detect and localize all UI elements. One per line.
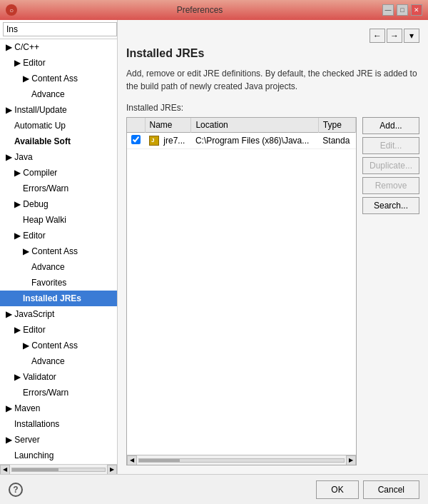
sidebar-scroll-right[interactable]: ▶ [107, 465, 117, 475]
sidebar-item-js-advanced[interactable]: Advance [0, 353, 117, 369]
sidebar-item-compiler[interactable]: ▶ Compiler [0, 165, 117, 181]
sidebar-item-java-advanced[interactable]: Advance [0, 259, 117, 275]
jre-checkbox[interactable] [131, 135, 141, 144]
sidebar-item-validator-errors[interactable]: Errors/Warn [0, 385, 117, 400]
sidebar-item-js-content-assist[interactable]: ▶ Content Ass [0, 338, 117, 353]
sidebar-item-validator[interactable]: ▶ Validator [0, 369, 117, 385]
sidebar-item-automatic-updates[interactable]: Automatic Up [0, 118, 117, 133]
col-type: Type [318, 118, 355, 133]
sidebar-item-available-software[interactable]: Available Soft [0, 133, 117, 149]
search-button[interactable]: Search... [362, 197, 419, 214]
duplicate-button[interactable]: Duplicate... [362, 157, 419, 174]
sidebar-item-java-editor[interactable]: ▶ Editor [0, 228, 117, 243]
sidebar-scroll-left[interactable]: ◀ [0, 465, 10, 475]
help-button[interactable]: ? [9, 483, 23, 497]
main-container: ✕ ▶ C/C++ ▶ Editor ▶ Content Ass Advance… [0, 20, 428, 504]
sidebar-item-install-update[interactable]: ▶ Install/Update [0, 102, 117, 118]
sidebar-item-heap-walking[interactable]: Heap Walki [0, 212, 117, 228]
bottom-buttons: OK Cancel [316, 480, 419, 499]
table-row[interactable]: jre7... C:\Program Files (x86)\Java... S… [127, 133, 356, 149]
sidebar-item-js-editor[interactable]: ▶ Editor [0, 322, 117, 338]
sidebar-item-advanced[interactable]: Advance [0, 86, 117, 102]
jre-name: jre7... [163, 136, 185, 146]
jre-type-cell: Standa [318, 133, 355, 149]
sidebar-item-installed-jres[interactable]: Installed JREs [0, 291, 117, 306]
panel-subtitle: Installed JREs: [126, 103, 419, 113]
content-area: ✕ ▶ C/C++ ▶ Editor ▶ Content Ass Advance… [0, 20, 428, 474]
bottom-left: ? [9, 483, 23, 497]
app-icon: ○ [6, 4, 17, 16]
sidebar-item-java[interactable]: ▶ Java [0, 149, 117, 165]
sidebar-item-installations[interactable]: Installations [0, 416, 117, 432]
title-bar: ○ Preferences — □ ✕ [0, 0, 428, 20]
sidebar: ✕ ▶ C/C++ ▶ Editor ▶ Content Ass Advance… [0, 20, 118, 474]
table-scroll-left[interactable]: ◀ [127, 455, 137, 465]
toolbar-back-button[interactable]: ← [370, 29, 385, 43]
cancel-button[interactable]: Cancel [363, 480, 419, 499]
table-and-buttons: Name Location Type [126, 117, 419, 465]
panel-description: Add, remove or edit JRE definitions. By … [126, 67, 419, 93]
sidebar-item-favorites[interactable]: Favorites [0, 275, 117, 291]
sidebar-item-java-content-assist[interactable]: ▶ Content Ass [0, 243, 117, 259]
jre-table: Name Location Type [127, 118, 356, 149]
sidebar-tree: ▶ C/C++ ▶ Editor ▶ Content Ass Advance ▶… [0, 39, 117, 464]
jre-location-cell: C:\Program Files (x86)\Java... [191, 133, 318, 149]
sidebar-item-debug[interactable]: ▶ Debug [0, 196, 117, 212]
toolbar-forward-button[interactable]: → [387, 29, 402, 43]
sidebar-item-maven[interactable]: ▶ Maven [0, 400, 117, 416]
jre-name-cell: jre7... [145, 133, 191, 149]
sidebar-item-cpp[interactable]: ▶ C/C++ [0, 39, 117, 55]
add-button[interactable]: Add... [362, 117, 419, 134]
sidebar-item-javascript[interactable]: ▶ JavaScript [0, 306, 117, 322]
jre-table-container: Name Location Type [126, 117, 357, 465]
minimize-button[interactable]: — [382, 4, 394, 16]
col-name: Name [145, 118, 191, 133]
sidebar-item-server[interactable]: ▶ Server [0, 432, 117, 448]
window-controls: — □ ✕ [382, 4, 422, 16]
sidebar-search-input[interactable] [3, 22, 117, 36]
col-check [127, 118, 145, 133]
table-scroll-right[interactable]: ▶ [346, 455, 356, 465]
sidebar-search-bar: ✕ [0, 20, 117, 39]
row-checkbox[interactable] [127, 133, 145, 149]
sidebar-item-launching[interactable]: Launching [0, 448, 117, 463]
col-location: Location [191, 118, 318, 133]
edit-button[interactable]: Edit... [362, 137, 419, 154]
sidebar-item-errors-warnings[interactable]: Errors/Warn [0, 181, 117, 196]
window-title: Preferences [17, 5, 382, 15]
toolbar-menu-button[interactable]: ▾ [404, 29, 419, 43]
maximize-button[interactable]: □ [397, 4, 408, 16]
ok-button[interactable]: OK [316, 480, 358, 499]
sidebar-item-cpp-editor[interactable]: ▶ Editor [0, 55, 117, 71]
jre-icon [149, 136, 159, 146]
right-panel: ← → ▾ Installed JREs Add, remove or edit… [118, 20, 428, 474]
sidebar-item-content-assist[interactable]: ▶ Content Ass [0, 71, 117, 86]
bottom-bar: ? OK Cancel [0, 474, 428, 504]
panel-title: Installed JREs [126, 47, 419, 60]
close-button[interactable]: ✕ [411, 4, 422, 16]
remove-button[interactable]: Remove [362, 177, 419, 194]
side-buttons: Add... Edit... Duplicate... Remove Searc… [362, 117, 419, 465]
